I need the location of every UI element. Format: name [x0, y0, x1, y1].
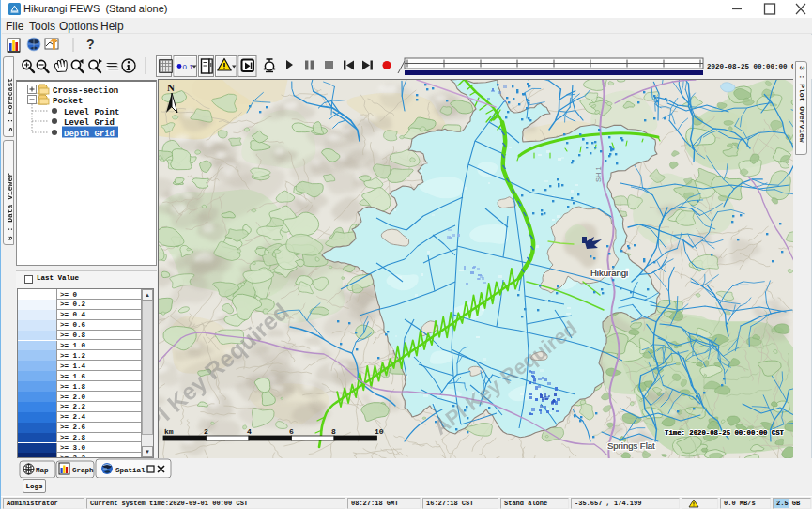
svg-text:Level Point: Level Point [64, 108, 119, 117]
svg-text:Pocket: Pocket [53, 97, 83, 106]
svg-text:Springs Flat: Springs Flat [607, 440, 655, 451]
svg-text:10: 10 [375, 427, 384, 436]
svg-text:N: N [167, 82, 175, 93]
svg-text:6: 6 [289, 427, 294, 436]
svg-text:Time: 2020-08-25 00:00:00 CST: Time: 2020-08-25 00:00:00 CST [665, 429, 785, 437]
svg-text:km: km [164, 427, 174, 436]
svg-text:Depth Grid: Depth Grid [64, 130, 115, 139]
svg-text:0.1: 0.1 [183, 63, 194, 71]
svg-text:Spatial: Spatial [115, 467, 146, 474]
svg-text:SH 1: SH 1 [594, 166, 603, 182]
svg-text:4: 4 [247, 427, 252, 436]
svg-text:?: ? [86, 37, 95, 52]
svg-text:Graph: Graph [72, 467, 94, 474]
svg-text:Cross-section: Cross-section [53, 86, 118, 96]
svg-text:2: 2 [204, 427, 208, 436]
svg-text:Map: Map [36, 467, 49, 474]
svg-text:Level Grid: Level Grid [64, 118, 115, 128]
svg-text:8: 8 [331, 427, 336, 436]
svg-text:2020-08-25 00:00:00 CST: 2020-08-25 00:00:00 CST [707, 63, 804, 70]
svg-text:Hikurangi: Hikurangi [590, 268, 628, 278]
